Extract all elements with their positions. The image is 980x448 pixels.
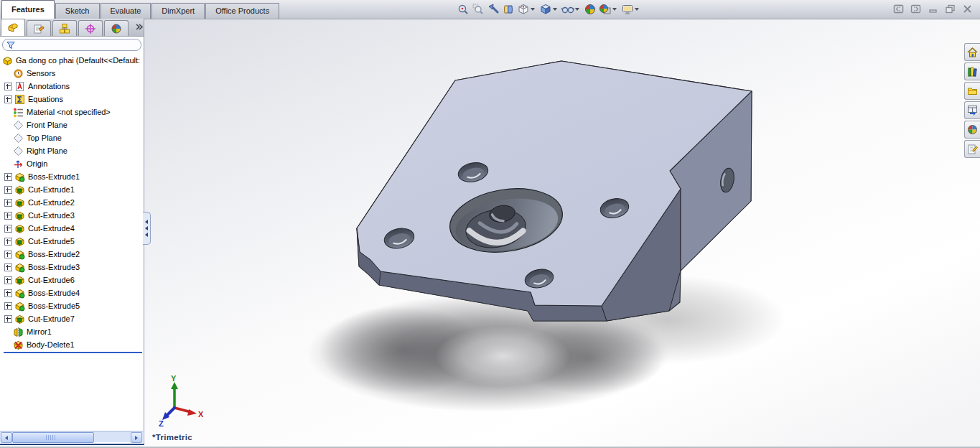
expand-plus-icon[interactable] [4, 251, 12, 258]
triad-x-label: X [198, 410, 204, 419]
view-orientation-dropdown[interactable] [531, 8, 535, 11]
tree-item-label: Boss-Extrude2 [28, 250, 80, 258]
custom-properties-icon[interactable] [964, 140, 980, 158]
apply-scene-dropdown[interactable] [612, 8, 617, 11]
expand-plus-icon[interactable] [4, 315, 12, 323]
tree-item[interactable]: Cut-Extrude6 [2, 274, 144, 286]
tree-item[interactable]: Annotations [2, 80, 144, 93]
propertymanager-tab[interactable] [27, 20, 51, 36]
tree-item[interactable]: Cut-Extrude4 [2, 222, 144, 235]
minimize-icon[interactable] [927, 4, 938, 14]
expand-plus-icon[interactable] [4, 186, 12, 194]
tree-item[interactable]: Cut-Extrude2 [2, 196, 144, 209]
expand-plus-icon[interactable] [4, 199, 12, 207]
tree-item[interactable]: Boss-Extrude3 [2, 261, 144, 274]
cut-icon [14, 197, 25, 208]
section-view-icon[interactable] [500, 2, 515, 17]
expand-plus-icon[interactable] [4, 276, 12, 284]
solidworks-resources-home-icon[interactable] [964, 43, 980, 61]
task-pane [964, 43, 980, 158]
zoom-to-fit-icon[interactable] [455, 2, 470, 17]
tree-item-label: Cut-Extrude6 [28, 276, 75, 284]
filter-funnel-icon [6, 41, 15, 50]
tab-features[interactable]: Features [1, 0, 55, 19]
view-settings-icon[interactable] [620, 2, 635, 17]
hide-show-items-icon[interactable] [560, 2, 575, 17]
tree-filter-box[interactable] [2, 39, 141, 51]
expand-plus-icon[interactable] [4, 212, 12, 220]
apply-scene-icon[interactable] [597, 2, 612, 17]
rollback-bar[interactable] [4, 352, 142, 353]
tree-item[interactable]: Mirror1 [2, 325, 144, 338]
tree-item-label: Front Plane [27, 121, 67, 129]
command-manager-bar: Features Sketch Evaluate DimXpert Office… [0, 0, 980, 19]
cut-icon [14, 210, 25, 221]
expand-plus-icon[interactable] [4, 302, 12, 310]
tree-item[interactable]: Boss-Extrude5 [2, 299, 144, 312]
tree-item[interactable]: Boss-Extrude2 [2, 248, 144, 261]
edit-appearance-icon[interactable] [582, 2, 597, 17]
view-palette-icon[interactable] [964, 101, 980, 119]
dimxpertmanager-tab[interactable] [78, 20, 103, 36]
tree-item-label: Sensors [27, 69, 55, 78]
tree-item[interactable]: Body-Delete1 [2, 338, 144, 351]
origin-icon [13, 159, 24, 169]
expand-plus-icon[interactable] [4, 238, 12, 246]
collapse-left-pane-icon[interactable] [892, 4, 904, 14]
displaymanager-tab[interactable] [104, 20, 129, 36]
zoom-to-area-icon[interactable] [470, 2, 485, 17]
tree-item[interactable]: Cut-Extrude1 [2, 183, 144, 196]
tree-item[interactable]: Top Plane [2, 131, 144, 144]
view-settings-dropdown[interactable] [635, 8, 639, 11]
tree-item[interactable]: Sensors [2, 67, 144, 80]
appearances-scenes-icon[interactable] [964, 121, 980, 139]
tree-item[interactable]: Cut-Extrude7 [2, 312, 144, 325]
close-icon[interactable] [961, 4, 973, 14]
tree-item[interactable]: Front Plane [2, 118, 144, 131]
expand-plus-icon[interactable] [4, 263, 12, 271]
expand-plus-icon[interactable] [4, 225, 12, 233]
tree-item[interactable]: Right Plane [2, 144, 144, 157]
restore-icon[interactable] [944, 4, 956, 14]
scrollbar-thumb[interactable] [12, 432, 94, 443]
expand-plus-icon[interactable] [4, 83, 12, 90]
panel-horizontal-scrollbar[interactable] [0, 431, 143, 442]
expand-plus-icon[interactable] [4, 173, 12, 181]
cut-icon [14, 223, 25, 234]
display-style-icon[interactable] [538, 2, 553, 17]
view-orientation-icon[interactable] [515, 2, 531, 17]
file-explorer-icon[interactable] [964, 82, 980, 100]
tree-item[interactable]: Boss-Extrude1 [2, 170, 144, 183]
tree-item[interactable]: Cut-Extrude5 [2, 235, 144, 248]
fm-tabs-overflow-chevron-icon[interactable] [135, 20, 144, 33]
tab-dimxpert[interactable]: DimXpert [151, 3, 205, 19]
tree-root-item[interactable]: Ga dong co phai (Default<<Default: [2, 54, 144, 67]
tab-office-products[interactable]: Office Products [205, 3, 279, 19]
expand-plus-icon[interactable] [4, 289, 12, 297]
configurationmanager-tab[interactable] [52, 20, 77, 36]
tree-item[interactable]: Cut-Extrude3 [2, 209, 144, 222]
tab-evaluate[interactable]: Evaluate [101, 3, 151, 19]
plane-icon [13, 146, 24, 157]
tree-item-label: Body-Delete1 [27, 340, 75, 349]
tree-item-label: Cut-Extrude4 [28, 224, 75, 233]
featuremanager-tree-tab[interactable] [1, 19, 25, 36]
scroll-right-button[interactable] [131, 432, 142, 443]
tree-item-label: Boss-Extrude1 [28, 172, 80, 181]
bodydelete-icon [13, 340, 24, 350]
panel-collapse-handle[interactable] [143, 212, 151, 245]
previous-view-icon[interactable] [485, 2, 500, 17]
scroll-left-button[interactable] [1, 432, 12, 443]
display-style-dropdown[interactable] [553, 8, 557, 11]
tree-item[interactable]: Material <not specified> [2, 106, 144, 118]
collapse-right-pane-icon[interactable] [910, 4, 921, 14]
tree-item[interactable]: Boss-Extrude4 [2, 286, 144, 299]
tree-item[interactable]: Equations [2, 93, 144, 106]
tree-item[interactable]: Origin [2, 157, 144, 170]
tab-sketch[interactable]: Sketch [55, 3, 100, 19]
design-library-icon[interactable] [964, 62, 980, 80]
tree-item-label: Annotations [28, 82, 70, 90]
expand-plus-icon[interactable] [4, 95, 12, 103]
hide-show-items-dropdown[interactable] [575, 8, 579, 11]
triad-z-label: Z [159, 419, 164, 428]
